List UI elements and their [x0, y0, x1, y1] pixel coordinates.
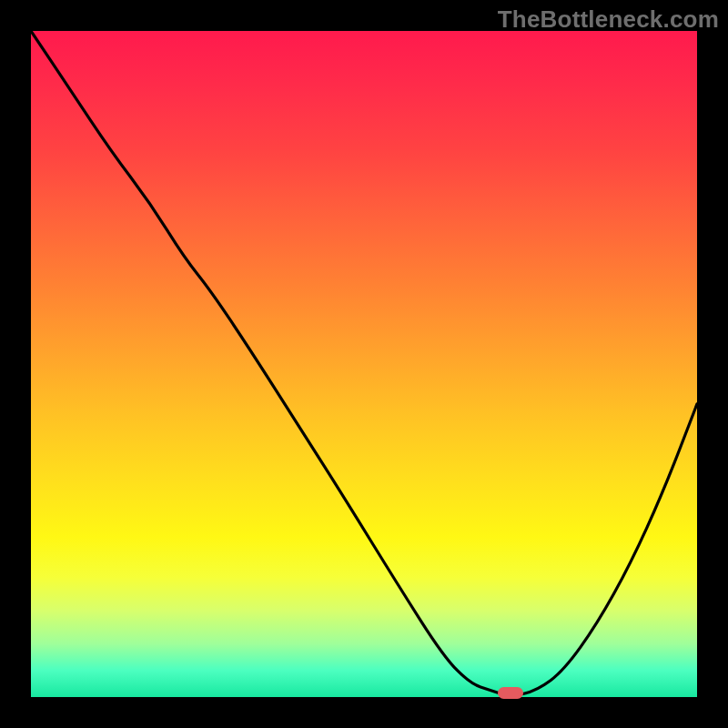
- bottleneck-curve: [31, 31, 697, 695]
- watermark-text: TheBottleneck.com: [498, 5, 719, 34]
- optimal-point-marker: [498, 687, 523, 699]
- curve-svg: [31, 31, 697, 697]
- chart-container: TheBottleneck.com: [0, 0, 728, 728]
- plot-area: [31, 31, 697, 697]
